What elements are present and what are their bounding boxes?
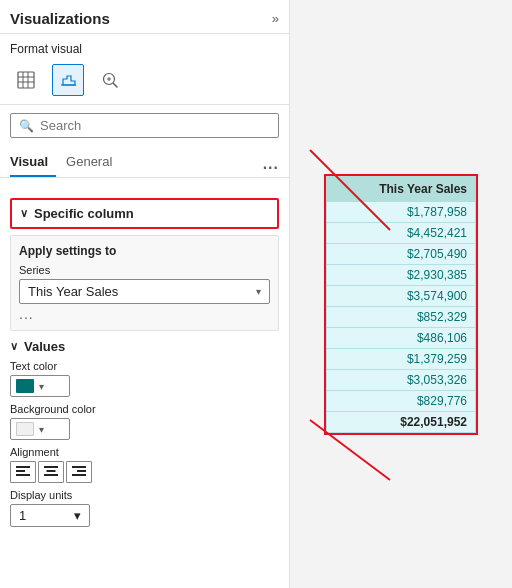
svg-rect-14 [47,470,56,472]
display-units-label: Display units [10,489,279,501]
text-color-dropdown[interactable]: ▾ [10,375,70,397]
collapse-icon[interactable]: » [272,11,279,26]
text-color-row: Text color ▾ [10,360,279,397]
table-cell: $486,106 [327,327,476,348]
table-header: This Year Sales [327,176,476,201]
bg-color-dropdown[interactable]: ▾ [10,418,70,440]
tab-more[interactable]: ... [263,155,279,173]
series-dropdown[interactable]: This Year Sales ▾ [19,279,270,304]
chart-icon-btn[interactable] [52,64,84,96]
tab-visual[interactable]: Visual [10,150,56,177]
table-row: $3,574,900 [327,285,476,306]
svg-rect-13 [44,466,58,468]
table-cell: $2,930,385 [327,264,476,285]
apply-settings-title: Apply settings to [19,244,270,258]
svg-rect-17 [77,470,86,472]
display-units-row: Display units 1 ▾ [10,489,279,527]
svg-rect-15 [44,474,58,476]
table-cell: $829,776 [327,390,476,411]
series-value: This Year Sales [28,284,118,299]
svg-rect-10 [16,466,30,468]
table-row: $2,930,385 [327,264,476,285]
svg-rect-12 [16,474,30,476]
search-box[interactable]: 🔍 [10,113,279,138]
display-units-caret-icon: ▾ [74,508,81,523]
panel-title: Visualizations [10,10,110,27]
table-cell: $3,053,326 [327,369,476,390]
data-table-wrap: This Year Sales $1,787,958$4,452,421$2,7… [324,174,478,435]
table-row: $1,379,259 [327,348,476,369]
specific-column-label: Specific column [34,206,134,221]
table-row: $4,452,421 [327,222,476,243]
svg-rect-16 [72,466,86,468]
table-cell: $4,452,421 [327,222,476,243]
align-right-button[interactable] [66,461,92,483]
bg-color-swatch [16,422,34,436]
svg-rect-18 [72,474,86,476]
svg-rect-11 [16,470,25,472]
bg-color-row: Background color ▾ [10,403,279,440]
table-icon-btn[interactable] [10,64,42,96]
format-visual-label: Format visual [0,34,289,60]
panel-header: Visualizations » [0,10,289,34]
table-row: $2,705,490 [327,243,476,264]
right-panel: This Year Sales $1,787,958$4,452,421$2,7… [290,0,512,588]
text-color-label: Text color [10,360,279,372]
chevron-down-icon: ∨ [20,207,28,220]
analytics-icon-btn[interactable] [94,64,126,96]
table-total-row: $22,051,952 [327,411,476,432]
bg-color-caret-icon: ▾ [39,424,44,435]
values-label: Values [24,339,65,354]
search-input[interactable] [40,118,270,133]
values-section: ∨ Values Text color ▾ Background color ▾… [10,339,279,531]
table-icon [17,71,35,89]
alignment-row: Alignment [10,446,279,483]
tab-general[interactable]: General [66,150,120,177]
bg-color-label: Background color [10,403,279,415]
table-row: $486,106 [327,327,476,348]
table-container: This Year Sales $1,787,958$4,452,421$2,7… [290,0,512,588]
align-left-icon [16,466,30,478]
table-cell: $1,787,958 [327,201,476,222]
analytics-icon [101,71,119,89]
apply-settings-card: Apply settings to Series This Year Sales… [10,235,279,331]
display-units-dropdown[interactable]: 1 ▾ [10,504,90,527]
table-cell: $852,329 [327,306,476,327]
table-row: $1,787,958 [327,201,476,222]
table-cell: $2,705,490 [327,243,476,264]
tabs-row: Visual General ... [0,146,289,178]
svg-line-7 [114,84,118,88]
dropdown-caret-icon: ▾ [256,286,261,297]
align-buttons [10,461,279,483]
display-units-value: 1 [19,508,26,523]
specific-column-section: ∨ Specific column [10,198,279,229]
values-header[interactable]: ∨ Values [10,339,279,354]
specific-column-toggle[interactable]: ∨ Specific column [20,206,269,221]
paint-icon [59,71,77,89]
left-panel: Visualizations » Format visual [0,0,290,588]
align-left-button[interactable] [10,461,36,483]
search-icon: 🔍 [19,119,34,133]
data-table: This Year Sales $1,787,958$4,452,421$2,7… [326,176,476,433]
table-total-cell: $22,051,952 [327,411,476,432]
text-color-caret-icon: ▾ [39,381,44,392]
table-cell: $1,379,259 [327,348,476,369]
align-center-icon [44,466,58,478]
svg-rect-0 [18,72,34,88]
text-color-swatch [16,379,34,393]
align-center-button[interactable] [38,461,64,483]
series-label: Series [19,264,270,276]
align-right-icon [72,466,86,478]
table-cell: $3,574,900 [327,285,476,306]
table-row: $3,053,326 [327,369,476,390]
table-row: $829,776 [327,390,476,411]
ellipsis-row: ... [19,304,270,322]
table-row: $852,329 [327,306,476,327]
icon-row [0,60,289,105]
alignment-label: Alignment [10,446,279,458]
values-chevron-icon: ∨ [10,340,18,353]
